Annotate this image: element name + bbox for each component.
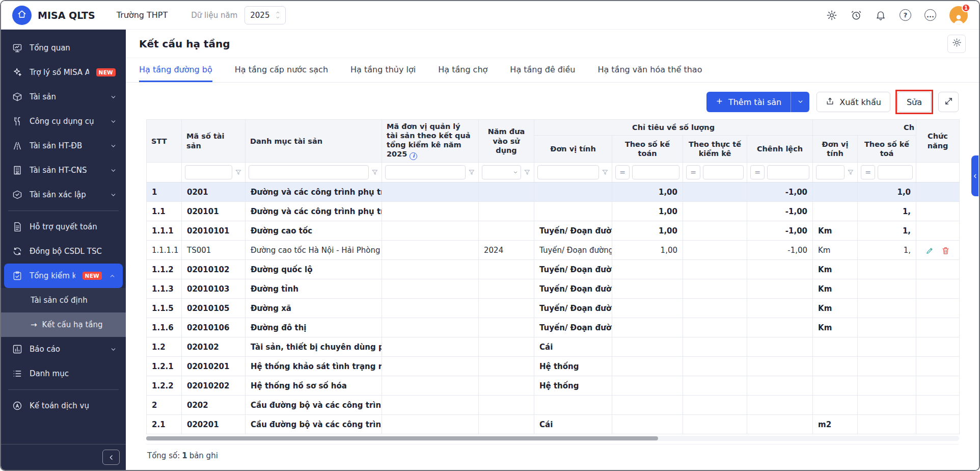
table-row[interactable]: 1.2.102010201Hệ thống khảo sát tình trạn… [147,357,960,376]
reminder-icon[interactable] [851,10,862,21]
filter-cell-actions [916,163,960,182]
delete-icon[interactable] [941,246,950,255]
sidebar-subitem-tai-san-co-dinh[interactable]: Tài sản cố định [1,288,126,312]
tab-ha-tang-cap-nuoc-sach[interactable]: Hạ tầng cấp nước sạch [235,58,328,82]
sidebar-item-bao-cao[interactable]: Báo cáo [1,337,126,361]
filter-input-qty_unit[interactable] [537,165,599,179]
filter-input-qty_diff[interactable] [767,165,809,179]
filter-select-year[interactable] [482,165,521,179]
filter-operator-qty_diff[interactable]: = [750,165,765,179]
cell-code: 02010102 [182,260,246,279]
tab-ha-tang-duong-bo[interactable]: Hạ tầng đường bộ [139,58,212,82]
spinner-down-icon[interactable] [276,15,280,20]
scrollbar-thumb[interactable] [146,436,658,440]
sidebar-item-cong-cu-dung-cu[interactable]: Công cụ dụng cụ [1,109,126,134]
cell-name: Hệ thống hồ sơ số hóa [246,376,382,396]
notification-bell-icon[interactable] [875,10,886,21]
page-title: Kết cấu hạ tầng [139,38,230,50]
filter-input-code[interactable] [185,165,232,179]
add-asset-dropdown[interactable] [791,92,809,112]
cell-actions [916,415,960,434]
cell-stt: 1.2 [147,337,182,357]
cell-unit_code [382,357,479,376]
filter-funnel-icon[interactable] [524,169,531,176]
filter-funnel-icon[interactable] [602,169,609,176]
sidebar-item-ke-toan-dich-vu[interactable]: Kế toán dịch vụ [1,394,126,418]
table-row[interactable]: 1.1.302010103Đường tỉnhTuyến/ Đoạn đường… [147,279,960,299]
filter-funnel-icon[interactable] [468,169,475,176]
tab-ha-tang-cho[interactable]: Hạ tầng chợ [438,58,487,82]
tab-ha-tang-de-dieu[interactable]: Hạ tầng đê điều [510,58,575,82]
cell-stt: 2 [147,396,182,415]
settings-icon[interactable] [826,10,837,21]
table-row[interactable]: 1.1.1.1TS001Đường cao tốc Hà Nội - Hải P… [147,241,960,260]
year-select[interactable]: 2025 [244,6,286,24]
table-row[interactable]: 1.1.502010105Đường xãTuyến/ Đoạn đườngKm [147,299,960,318]
filter-operator-area_book[interactable]: = [861,165,875,179]
tab-ha-tang-van-hoa-the-thao[interactable]: Hạ tầng văn hóa thể thao [597,58,702,82]
table-row[interactable]: 1.1.102010101Đường cao tốcTuyến/ Đoạn đư… [147,221,960,241]
cell-year: 2024 [479,241,534,260]
cell-year [479,202,534,221]
horizontal-scrollbar[interactable] [146,436,959,441]
cell-unit_code [382,376,479,396]
side-panel-toggle[interactable] [971,155,978,196]
filter-operator-qty_actual[interactable]: = [686,165,700,179]
cell-qty_actual [683,241,747,260]
sidebar-item-ho-tro-quyet-toan[interactable]: Hỗ trợ quyết toán [1,215,126,239]
cell-qty_book: 1,00 [612,182,683,202]
sidebar-item-tai-san-ht-db[interactable]: Tài sản HT-ĐB [1,134,126,158]
sidebar-item-tai-san[interactable]: Tài sản [1,85,126,109]
filter-input-area_unit[interactable] [816,165,845,179]
year-spinner[interactable] [276,10,280,20]
export-button[interactable]: Xuất khẩu [816,92,890,112]
table-row[interactable]: 1.2.202010202Hệ thống hồ sơ số hóaHệ thố… [147,376,960,396]
org-name[interactable]: Trường THPT [117,10,168,20]
table-row[interactable]: 20202Cầu đường bộ và các công trình phụ … [147,396,960,415]
table-wrap: STTMã số tài sảnDanh mục tài sảnMã đơn v… [146,119,959,467]
filter-cell-year [479,163,534,182]
cell-qty_unit: Tuyến/ Đoạn đường [534,260,612,279]
sidebar-item-tai-san-ht-cns[interactable]: Tài sản HT-CNS [1,158,126,182]
app-window: MISA QLTS Trường THPT Dữ liệu năm 2025 ?… [0,0,980,471]
filter-input-unit_code[interactable] [385,165,466,179]
filter-input-qty_actual[interactable] [703,165,744,179]
add-asset-button[interactable]: Thêm tài sản [706,92,809,112]
filter-input-name[interactable] [249,165,369,179]
page-settings-button[interactable] [947,35,966,53]
fullscreen-button[interactable] [938,92,959,112]
filter-input-qty_book[interactable] [632,165,679,179]
filter-funnel-icon[interactable] [847,169,854,176]
edit-icon[interactable] [925,246,934,255]
table-row[interactable]: 1.2020102Tài sản, thiết bị chuyên dùng p… [147,337,960,357]
more-icon[interactable]: ... [924,9,936,21]
filter-input-area_book[interactable] [878,165,913,179]
cell-qty_diff [747,376,813,396]
table-row[interactable]: 1.1.202010102Đường quốc lộTuyến/ Đoạn đư… [147,260,960,279]
cell-unit_code [382,182,479,202]
sidebar-subitem-ket-cau-ha-tang[interactable]: →Kết cấu hạ tầng [1,312,126,337]
table-row[interactable]: 10201Đường và các công trình phụ trợ gắn… [147,182,960,202]
filter-operator-qty_book[interactable]: = [615,165,630,179]
table-row[interactable]: 1.1020101Đường và các công trình phụ trợ… [147,202,960,221]
table-row[interactable]: 2.1020201Cầu đường bộ và các công trình … [147,415,960,434]
tab-ha-tang-thuy-loi[interactable]: Hạ tầng thủy lợi [350,58,416,82]
sidebar-item-tai-san-xac-lap[interactable]: Tài sản xác lập [1,182,126,207]
avatar[interactable]: 1 [949,6,968,24]
filter-funnel-icon[interactable] [235,169,242,176]
table-row[interactable]: 1.1.602010106Đường đô thịTuyến/ Đoạn đườ… [147,318,960,337]
cell-actions [916,299,960,318]
filter-funnel-icon[interactable] [371,169,378,176]
info-icon[interactable]: i [410,152,417,160]
sidebar-item-dong-bo-csdl-tsc[interactable]: Đồng bộ CSDL TSC [1,239,126,264]
sidebar-item-tong-quan[interactable]: Tổng quan [1,36,126,60]
help-icon[interactable]: ? [900,9,911,21]
sidebar-menu: Tổng quanTrợ lý số MISA AVANEWTài sảnCôn… [1,36,126,418]
edit-button[interactable]: Sửa [897,92,931,112]
sidebar-item-tro-ly-so-misa-ava[interactable]: Trợ lý số MISA AVANEW [1,60,126,85]
sidebar-item-tong-kiem-ke[interactable]: Tổng kiểm kêNEW [4,264,123,288]
sidebar-collapse-button[interactable] [102,450,120,465]
cell-qty_diff [747,357,813,376]
spinner-up-icon[interactable] [276,10,280,15]
sidebar-item-danh-muc[interactable]: Danh mục [1,361,126,386]
